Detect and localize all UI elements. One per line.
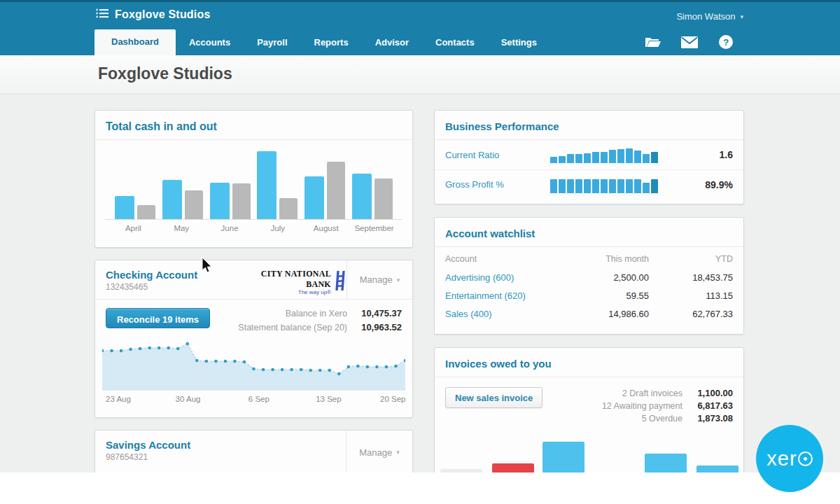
help-icon[interactable]: ? — [717, 33, 735, 51]
sparkbar — [550, 157, 557, 163]
chevron-down-icon: ▾ — [397, 276, 400, 284]
org-brand[interactable]: Foxglove Studios — [96, 8, 211, 21]
sparkbar — [617, 179, 624, 193]
folder-icon[interactable] — [644, 33, 662, 51]
tab-advisor[interactable]: Advisor — [362, 30, 422, 55]
tab-settings[interactable]: Settings — [488, 30, 550, 55]
ytd-value: 18,453.75 — [649, 272, 733, 283]
sparkbar — [634, 150, 641, 163]
org-list-icon — [96, 8, 108, 21]
sparkbar — [626, 148, 633, 163]
sparkbar — [592, 179, 599, 193]
sparkbar — [651, 179, 658, 193]
balance-sparkline-chart: 23 Aug30 Aug6 Sep13 Sep20 Sep — [102, 340, 405, 406]
tab-dashboard[interactable]: Dashboard — [94, 29, 176, 55]
bar-group-june — [210, 183, 251, 219]
account-link[interactable]: Entertainment (620) — [445, 290, 540, 301]
footer-strip — [0, 472, 840, 504]
bank-ladder-icon — [334, 270, 346, 295]
column-header: YTD — [649, 254, 733, 264]
main-nav: DashboardAccountsPayrollReportsAdvisorCo… — [94, 29, 550, 55]
xero-logo: xer — [756, 425, 823, 492]
performance-row: Gross Profit %89.9% — [435, 169, 743, 199]
ytd-value: 113.15 — [649, 290, 733, 301]
chevron-down-icon: ▾ — [396, 449, 400, 456]
bar-group-july — [257, 151, 298, 219]
sparkbar — [601, 152, 608, 163]
column-header: Account — [445, 254, 540, 264]
this-month-value: 2,500.00 — [540, 272, 649, 283]
cash-in-bar — [115, 196, 134, 219]
mail-icon[interactable] — [680, 33, 699, 51]
cash-bar-chart: AprilMayJuneJulyAugustSeptember — [105, 150, 402, 232]
performance-sparkbars — [550, 146, 671, 163]
sparkbar — [626, 179, 633, 193]
bar-group-may — [162, 180, 203, 219]
savings-manage-button[interactable]: Manage ▾ — [346, 430, 412, 474]
sparkbar — [567, 154, 574, 163]
tab-payroll[interactable]: Payroll — [244, 30, 300, 55]
sparkbar — [584, 179, 591, 193]
balance-label: Balance in Xero — [286, 309, 347, 318]
tab-reports[interactable]: Reports — [301, 30, 362, 55]
svg-text:?: ? — [723, 37, 729, 48]
sparkbar — [601, 179, 608, 193]
month-label: September — [350, 224, 398, 232]
sparkbar — [567, 179, 574, 193]
invoice-bar — [492, 463, 534, 473]
bank-logo: CITY NATIONAL BANK The way up® — [235, 260, 346, 299]
cash-in-bar — [257, 151, 276, 219]
chevron-down-icon: ▾ — [740, 13, 743, 20]
balance-rows: Balance in Xero10,475.37Statement balanc… — [238, 308, 402, 336]
watchlist-row: Sales (400)14,986.6062,767.33 — [445, 309, 733, 327]
panel-title-checking: Checking Account — [106, 269, 235, 281]
xero-logo-text: xer — [766, 447, 797, 470]
performance-metric-link[interactable]: Gross Profit % — [445, 179, 550, 190]
cash-out-bar — [279, 198, 298, 219]
balance-row: Statement balance (Sep 20)10,963.52 — [238, 322, 402, 332]
invoice-bar-chart — [435, 348, 743, 486]
balance-value: 10,963.52 — [347, 322, 402, 332]
user-name: Simon Watson — [676, 11, 735, 22]
checking-account-number: 132435465 — [106, 282, 235, 292]
sparkbar — [643, 154, 650, 163]
panel-account-watchlist: Account watchlist AccountThis monthYTDAd… — [434, 217, 744, 335]
performance-metric-link[interactable]: Current Ratio — [445, 150, 550, 160]
performance-row: Current Ratio1.6 — [435, 140, 743, 169]
month-label: July — [253, 224, 302, 232]
cash-in-bar — [352, 174, 372, 219]
panel-business-performance: Business Performance Current Ratio1.6Gro… — [434, 110, 744, 204]
account-link[interactable]: Sales (400) — [445, 309, 540, 319]
panel-title-watchlist: Account watchlist — [445, 227, 535, 239]
watchlist-row: Advertising (600)2,500.0018,453.75 — [445, 272, 733, 290]
cash-in-bar — [304, 176, 324, 219]
month-label: August — [302, 224, 350, 232]
reconcile-button[interactable]: Reconcile 19 items — [106, 308, 210, 328]
panel-savings-account: Savings Account 987654321 Manage ▾ — [94, 430, 413, 475]
cash-out-bar — [374, 178, 393, 219]
sparkbar — [592, 152, 599, 163]
spark-axis-label: 23 Aug — [106, 395, 131, 403]
panel-title-performance: Business Performance — [445, 120, 559, 132]
title-band: Foxglove Studios — [0, 55, 840, 94]
spark-axis-label: 13 Sep — [316, 395, 341, 403]
sparkbar — [575, 179, 582, 193]
panel-checking-account: Checking Account 132435465 CITY NATIONAL… — [94, 260, 413, 418]
spark-axis-label: 6 Sep — [248, 395, 270, 403]
page-title: Foxglove Studios — [98, 64, 232, 83]
spark-axis-label: 30 Aug — [176, 395, 201, 403]
checking-manage-button[interactable]: Manage ▾ — [346, 260, 412, 299]
bank-tagline: The way up® — [235, 289, 331, 295]
sparkbar — [634, 179, 641, 193]
tab-contacts[interactable]: Contacts — [422, 30, 488, 55]
bar-group-april — [115, 196, 155, 219]
tab-accounts[interactable]: Accounts — [176, 30, 244, 55]
month-label: June — [206, 224, 254, 232]
account-link[interactable]: Advertising (600) — [445, 272, 540, 283]
balance-value: 10,475.37 — [347, 308, 402, 318]
user-menu[interactable]: Simon Watson ▾ — [676, 11, 743, 22]
ytd-value: 62,767.33 — [649, 309, 733, 319]
panel-title-total-cash: Total cash in and out — [106, 120, 217, 132]
cash-out-bar — [185, 190, 203, 219]
cash-out-bar — [327, 162, 345, 219]
